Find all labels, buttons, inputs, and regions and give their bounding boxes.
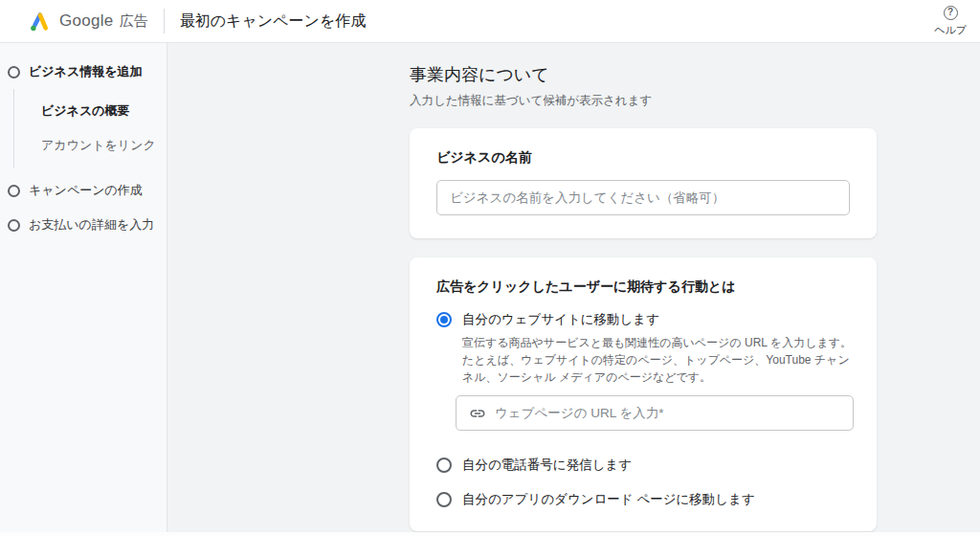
business-name-input[interactable] (450, 190, 836, 205)
app-header: Google 広告 最初のキャンペーンを作成 ? ヘルプ (0, 0, 980, 43)
business-name-field-frame (436, 180, 850, 215)
radio-unselected-icon[interactable] (436, 458, 452, 473)
link-icon (469, 405, 486, 422)
sidebar-substep-business-overview[interactable]: ビジネスの概要 (14, 94, 167, 128)
sidebar-step-payment-details[interactable]: お支払いの詳細を入力 (0, 216, 167, 234)
action-option-website[interactable]: 自分のウェブサイトに移動します (436, 311, 850, 328)
google-ads-logo-icon (29, 11, 51, 33)
google-ads-brand[interactable]: Google 広告 (29, 11, 148, 33)
url-field-frame (456, 395, 854, 431)
header-divider (164, 9, 165, 34)
website-option-description: 宣伝する商品やサービスと最も関連性の高いページの URL を入力します。たとえば… (462, 334, 853, 386)
sidebar-step-business-info[interactable]: ビジネス情報を追加 (0, 63, 167, 80)
help-button[interactable]: ? ヘルプ (934, 6, 967, 37)
google-logotype: Google (59, 11, 114, 31)
bottom-edge-strip (0, 532, 980, 536)
section-subtitle: 入力した情報に基づいて候補が表示されます (410, 93, 980, 109)
sidebar-step-create-campaign[interactable]: キャンペーンの作成 (0, 182, 167, 199)
radio-selected-icon[interactable] (436, 312, 452, 327)
option-label[interactable]: 自分のウェブサイトに移動します (462, 311, 659, 328)
ad-action-card: 広告をクリックしたユーザーに期待する行動とは 自分のウェブサイトに移動します 宣… (410, 257, 877, 531)
webpage-url-input[interactable] (495, 406, 840, 420)
url-field-container (456, 395, 854, 431)
page-title: 最初のキャンペーンを作成 (180, 11, 367, 32)
section-title: 事業内容について (410, 63, 980, 86)
help-icon: ? (944, 6, 958, 20)
action-option-phone[interactable]: 自分の電話番号に発信します (436, 457, 850, 474)
main-content: 事業内容について 入力した情報に基づいて候補が表示されます ビジネスの名前 広告… (167, 43, 980, 536)
action-option-app-download[interactable]: 自分のアプリのダウンロード ページに移動します (436, 491, 850, 508)
business-name-label: ビジネスの名前 (436, 149, 850, 167)
step-circle-icon (8, 219, 20, 232)
step-circle-icon (8, 66, 20, 78)
step-label: お支払いの詳細を入力 (29, 216, 154, 234)
sidebar-substep-link-accounts[interactable]: アカウントをリンク (14, 128, 167, 163)
business-info-substeps: ビジネスの概要 アカウントをリンク (13, 89, 167, 168)
business-name-card: ビジネスの名前 (410, 128, 877, 238)
help-label: ヘルプ (934, 23, 967, 37)
product-name: 広告 (120, 12, 148, 31)
progress-sidebar: ビジネス情報を追加 ビジネスの概要 アカウントをリンク キャンペーンの作成 お支… (0, 43, 167, 536)
option-label[interactable]: 自分のアプリのダウンロード ページに移動します (462, 491, 755, 508)
radio-unselected-icon[interactable] (436, 492, 452, 507)
step-circle-icon (8, 185, 20, 197)
option-label[interactable]: 自分の電話番号に発信します (462, 457, 632, 474)
step-label: ビジネス情報を追加 (29, 63, 143, 80)
ad-action-label: 広告をクリックしたユーザーに期待する行動とは (436, 279, 850, 296)
step-label: キャンペーンの作成 (29, 182, 143, 199)
